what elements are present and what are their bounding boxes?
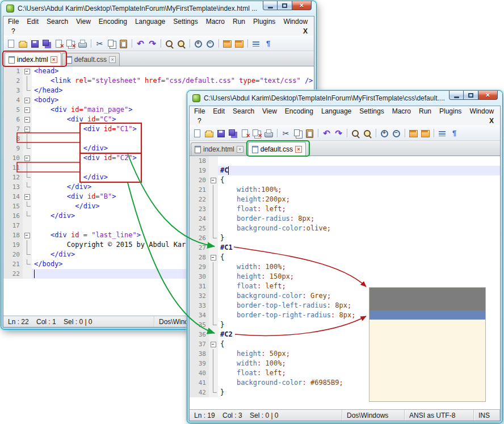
code-line-29[interactable]: 29 width: 100%;: [190, 262, 500, 272]
save-all-icon[interactable]: [228, 128, 238, 138]
paste-icon[interactable]: [118, 39, 129, 49]
code-line-1[interactable]: 1<head>: [3, 66, 314, 76]
fold-collapse-icon[interactable]: [23, 66, 32, 76]
menu-language[interactable]: Language: [317, 107, 355, 116]
code-line-25[interactable]: 25 background-color:olive;: [190, 224, 500, 233]
code-line-21[interactable]: 21 width:100%;: [190, 185, 500, 195]
close-icon[interactable]: [240, 128, 250, 138]
fold-collapse-icon[interactable]: [209, 339, 218, 349]
save-icon[interactable]: [30, 39, 40, 49]
window-a-icon[interactable]: [222, 39, 233, 49]
close-all-icon[interactable]: [65, 39, 76, 49]
menu-edit[interactable]: Edit: [23, 17, 43, 26]
code-line-28[interactable]: 28{: [190, 253, 500, 262]
copy-icon[interactable]: [106, 39, 117, 49]
fold-collapse-icon[interactable]: [23, 115, 32, 124]
code-line-27[interactable]: 27#C1: [190, 243, 500, 253]
menu-file[interactable]: File: [4, 17, 23, 26]
show-all-chars-icon[interactable]: ¶: [263, 39, 274, 49]
copy-icon[interactable]: [292, 128, 303, 138]
show-all-chars-icon[interactable]: ¶: [449, 128, 460, 138]
fold-collapse-icon[interactable]: [23, 192, 32, 201]
minimize-button[interactable]: [449, 91, 464, 100]
code-line-30[interactable]: 30 height: 150px;: [190, 272, 500, 282]
doc-close-x[interactable]: X: [487, 117, 496, 125]
undo-icon[interactable]: ↶: [321, 128, 332, 138]
save-icon[interactable]: [216, 128, 226, 138]
code-editor-css[interactable]: 1819#C20{21 width:100%;22 height:200px;2…: [190, 156, 500, 409]
notepad-window-default-css[interactable]: C:\Users\Abdul Karim\Desktop\TemplateInF…: [187, 91, 502, 423]
redo-icon[interactable]: ↷: [333, 128, 344, 138]
menu-plugins[interactable]: Plugins: [249, 17, 279, 26]
menu-encoding[interactable]: Encoding: [281, 107, 317, 116]
cut-icon[interactable]: ✂: [280, 128, 291, 138]
window-a-icon[interactable]: [408, 128, 419, 138]
zoom-out-icon[interactable]: [391, 128, 402, 138]
save-all-icon[interactable]: [41, 39, 52, 49]
undo-icon[interactable]: ↶: [135, 39, 146, 49]
fold-collapse-icon[interactable]: [23, 153, 32, 163]
code-line-24[interactable]: 24 border-radius: 8px;: [190, 214, 500, 224]
menu-run[interactable]: Run: [415, 107, 435, 116]
fold-collapse-icon[interactable]: [23, 230, 32, 240]
code-line-20[interactable]: 20{: [190, 175, 500, 185]
word-wrap-icon[interactable]: [251, 39, 262, 49]
menu-run[interactable]: Run: [229, 17, 249, 26]
menu-window[interactable]: Window: [279, 17, 312, 26]
close-all-icon[interactable]: [251, 128, 262, 138]
open-icon[interactable]: [204, 128, 215, 138]
zoom-out-icon[interactable]: [205, 39, 216, 49]
menu-settings[interactable]: Settings: [169, 17, 201, 26]
menu-plugins[interactable]: Plugins: [435, 107, 465, 116]
tab-close-icon[interactable]: ×: [237, 146, 243, 153]
paste-icon[interactable]: [304, 128, 315, 138]
zoom-in-icon[interactable]: [193, 39, 204, 49]
tab-index.html[interactable]: index.html×: [5, 52, 61, 66]
code-line-23[interactable]: 23 float: left;: [190, 204, 500, 214]
code-line-2[interactable]: 2 <link rel="stylesheet" href="css/defau…: [3, 76, 314, 86]
menu-macro[interactable]: Macro: [202, 17, 229, 26]
cut-icon[interactable]: ✂: [94, 39, 105, 49]
redo-icon[interactable]: ↷: [147, 39, 158, 49]
close-icon[interactable]: [53, 39, 64, 49]
window-b-icon[interactable]: [420, 128, 431, 138]
print-icon[interactable]: [77, 39, 88, 49]
tab-close-icon[interactable]: ×: [295, 146, 302, 153]
zoom-in-icon[interactable]: [379, 128, 390, 138]
find-icon[interactable]: [164, 39, 175, 49]
replace-icon[interactable]: [176, 39, 187, 49]
code-line-22[interactable]: 22 height:200px;: [190, 195, 500, 204]
menu-edit[interactable]: Edit: [209, 107, 229, 116]
tab-default.css[interactable]: default.css×: [248, 142, 306, 156]
find-icon[interactable]: [350, 128, 361, 138]
code-line-18[interactable]: 18: [190, 156, 500, 166]
menu-language[interactable]: Language: [131, 17, 169, 26]
open-icon[interactable]: [18, 39, 28, 49]
minimize-button[interactable]: [263, 1, 278, 10]
maximize-button[interactable]: [464, 91, 478, 100]
fold-collapse-icon[interactable]: [209, 253, 218, 262]
fold-collapse-icon[interactable]: [209, 175, 218, 185]
menu-search[interactable]: Search: [43, 17, 72, 26]
menu-view[interactable]: View: [258, 107, 281, 116]
new-file-icon[interactable]: [6, 39, 16, 49]
menu-macro[interactable]: Macro: [388, 107, 415, 116]
close-button[interactable]: ✕: [292, 1, 312, 10]
word-wrap-icon[interactable]: [437, 128, 448, 138]
doc-close-x[interactable]: X: [301, 27, 310, 35]
tab-close-icon[interactable]: ×: [51, 56, 57, 63]
replace-icon[interactable]: [362, 128, 373, 138]
maximize-button[interactable]: [278, 1, 292, 10]
menu-encoding[interactable]: Encoding: [95, 17, 131, 26]
fold-collapse-icon[interactable]: [23, 124, 32, 134]
menu-help[interactable]: ?: [194, 116, 205, 125]
menu-search[interactable]: Search: [229, 107, 258, 116]
window-b-icon[interactable]: [234, 39, 245, 49]
menu-view[interactable]: View: [72, 17, 95, 26]
tab-close-icon[interactable]: ×: [109, 56, 116, 63]
menu-help[interactable]: ?: [7, 27, 19, 36]
fold-collapse-icon[interactable]: [23, 105, 32, 115]
menu-file[interactable]: File: [190, 107, 209, 116]
close-button[interactable]: ✕: [478, 91, 498, 100]
code-line-26[interactable]: 26}: [190, 233, 500, 243]
